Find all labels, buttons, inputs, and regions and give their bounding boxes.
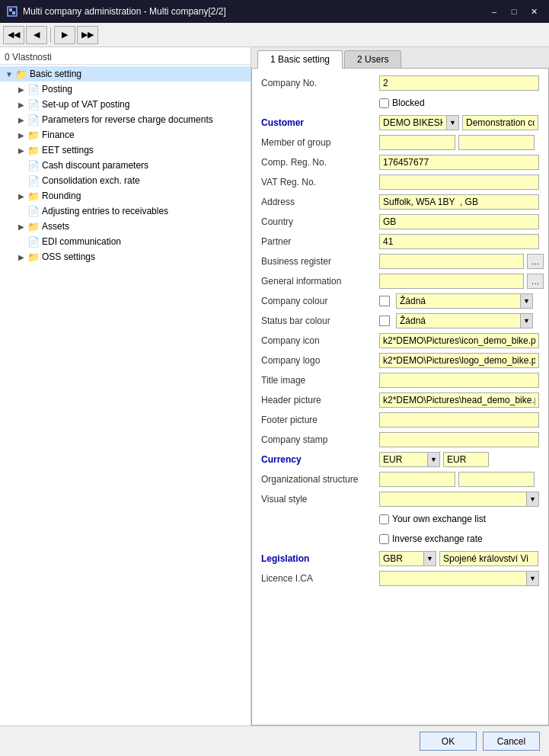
- tree-children: ▶ 📄 Posting ▶ 📄 Set-up of VAT posting ▶ …: [0, 82, 251, 264]
- customer-dropdown[interactable]: ▼: [379, 115, 459, 130]
- sidebar-item-basic-setting[interactable]: ▼ 📁 Basic setting: [0, 66, 251, 82]
- nav-next-button[interactable]: ▶: [54, 26, 75, 44]
- licence-ica-arrow[interactable]: ▼: [526, 572, 538, 585]
- doc-icon: 📄: [27, 114, 40, 126]
- member-of-group-control: ▼: [379, 135, 539, 150]
- sidebar-item-assets[interactable]: ▶ 📁 Assets: [12, 219, 251, 234]
- sidebar-item-consolidation[interactable]: 📄 Consolidation exch. rate: [12, 173, 251, 188]
- company-colour-arrow[interactable]: ▼: [520, 294, 532, 308]
- visual-style-input[interactable]: [380, 492, 526, 506]
- general-info-label: General information: [261, 276, 379, 287]
- customer-label: Customer: [261, 117, 379, 128]
- sidebar-item-label: Rounding: [42, 191, 81, 201]
- header-picture-input[interactable]: [379, 392, 539, 408]
- company-logo-input[interactable]: [379, 353, 539, 368]
- address-input[interactable]: [379, 194, 539, 210]
- expand-icon: [15, 159, 27, 171]
- business-register-ellipsis-button[interactable]: …: [527, 254, 544, 269]
- legislation-dropdown-arrow[interactable]: ▼: [423, 552, 436, 565]
- sidebar-item-reverse-charge[interactable]: ▶ 📄 Parameters for reverse charge docume…: [12, 112, 251, 127]
- partner-input[interactable]: [379, 234, 539, 249]
- sidebar-item-posting[interactable]: ▶ 📄 Posting: [12, 82, 251, 97]
- maximize-button[interactable]: □: [505, 4, 523, 19]
- licence-ica-input[interactable]: [380, 572, 526, 585]
- tab-basic-setting[interactable]: 1 Basic setting: [257, 50, 343, 69]
- comp-reg-no-input[interactable]: [379, 155, 539, 170]
- customer-dropdown-arrow[interactable]: ▼: [446, 116, 458, 130]
- company-colour-input[interactable]: [397, 294, 520, 308]
- customer-input[interactable]: [380, 116, 446, 130]
- toolbar-separator: [50, 27, 51, 43]
- general-info-ellipsis-button[interactable]: …: [527, 274, 544, 289]
- status-bar-colour-input[interactable]: [397, 314, 520, 328]
- member-dropdown[interactable]: ▼: [379, 135, 455, 150]
- visual-style-arrow[interactable]: ▼: [526, 492, 538, 506]
- currency-control: ▼: [379, 452, 539, 467]
- sidebar-item-oss-settings[interactable]: ▶ 📁 OSS settings: [12, 249, 251, 264]
- blocked-checkbox[interactable]: [379, 98, 389, 108]
- title-image-label: Title image: [261, 375, 379, 386]
- company-stamp-input[interactable]: [379, 432, 539, 447]
- close-button[interactable]: ✕: [525, 4, 543, 19]
- legislation-input[interactable]: [380, 552, 423, 565]
- customer-description-input[interactable]: [462, 115, 538, 130]
- company-no-input[interactable]: [379, 75, 539, 91]
- sidebar-item-finance[interactable]: ▶ 📁 Finance: [12, 127, 251, 143]
- member-description-input[interactable]: [458, 135, 535, 150]
- sidebar-item-edi-comm[interactable]: 📄 EDI communication: [12, 234, 251, 249]
- form-area: Company No. Blocked Customer: [251, 69, 549, 726]
- general-info-row: General information …: [261, 273, 539, 290]
- company-icon-input[interactable]: [379, 333, 539, 348]
- sidebar: 0 Vlastnosti ▼ 📁 Basic setting ▶ 📄 Posti…: [0, 47, 251, 726]
- visual-style-row: Visual style ▼: [261, 491, 539, 508]
- nav-prev-button[interactable]: ◀: [26, 26, 47, 44]
- cancel-button[interactable]: Cancel: [483, 732, 540, 751]
- own-exchange-row: Your own exchange list: [261, 511, 539, 527]
- minimize-button[interactable]: –: [485, 4, 503, 19]
- legislation-control: ▼: [379, 551, 539, 566]
- status-bar-colour-arrow[interactable]: ▼: [520, 314, 532, 328]
- sidebar-item-vat-posting[interactable]: ▶ 📄 Set-up of VAT posting: [12, 97, 251, 112]
- vat-reg-no-input[interactable]: [379, 175, 539, 190]
- address-label: Address: [261, 197, 379, 207]
- partner-row: Partner: [261, 233, 539, 250]
- nav-last-button[interactable]: ▶▶: [77, 26, 98, 44]
- currency-dropdown-arrow[interactable]: ▼: [427, 453, 439, 466]
- org-structure-description-input[interactable]: [458, 472, 535, 487]
- comp-reg-no-label: Comp. Reg. No.: [261, 157, 379, 168]
- footer-picture-input[interactable]: [379, 412, 539, 428]
- business-register-control: …: [379, 254, 544, 269]
- doc-icon: 📄: [27, 235, 40, 248]
- currency-dropdown[interactable]: ▼: [379, 452, 440, 467]
- currency-description-input[interactable]: [443, 452, 489, 467]
- legislation-description-input[interactable]: [439, 551, 538, 566]
- currency-input[interactable]: [380, 453, 427, 466]
- sidebar-item-rounding[interactable]: ▶ 📁 Rounding: [12, 188, 251, 203]
- member-of-group-label: Member of group: [261, 137, 379, 148]
- own-exchange-checkbox[interactable]: [379, 514, 389, 524]
- legislation-dropdown[interactable]: ▼: [379, 551, 436, 566]
- expand-icon: ▶: [15, 190, 27, 202]
- folder-icon: 📁: [27, 129, 40, 141]
- sidebar-item-cash-discount[interactable]: 📄 Cash discount parameters: [12, 158, 251, 173]
- nav-first-button[interactable]: ◀◀: [3, 26, 24, 44]
- comp-reg-no-control: [379, 155, 539, 170]
- tab-users[interactable]: 2 Users: [344, 50, 401, 68]
- member-of-group-row: Member of group ▼: [261, 134, 539, 151]
- country-input[interactable]: [379, 214, 539, 229]
- title-image-row: Title image: [261, 372, 539, 389]
- sidebar-item-adjusting[interactable]: 📄 Adjusting entries to receivables: [12, 203, 251, 219]
- general-info-input[interactable]: [379, 274, 524, 289]
- header-picture-control: [379, 392, 539, 408]
- ok-button[interactable]: OK: [420, 732, 477, 751]
- company-colour-dropdown[interactable]: ▼: [396, 293, 533, 309]
- doc-icon: 📄: [27, 175, 40, 187]
- org-structure-dropdown[interactable]: ▼: [379, 472, 455, 487]
- inverse-exchange-checkbox[interactable]: [379, 534, 389, 544]
- licence-ica-dropdown[interactable]: ▼: [379, 571, 539, 586]
- title-image-input[interactable]: [379, 373, 539, 388]
- status-bar-colour-dropdown[interactable]: ▼: [396, 313, 533, 328]
- visual-style-dropdown[interactable]: ▼: [379, 492, 539, 507]
- sidebar-item-eet-settings[interactable]: ▶ 📁 EET settings: [12, 143, 251, 158]
- business-register-input[interactable]: [379, 254, 524, 269]
